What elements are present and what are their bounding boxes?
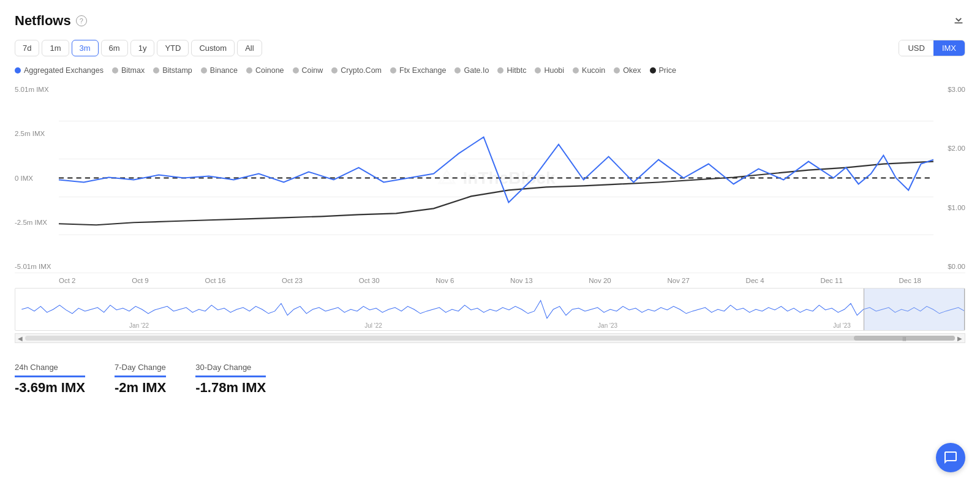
y-label-top: 5.01m IMX <box>15 86 58 93</box>
time-btn-all[interactable]: All <box>237 40 262 56</box>
y-axis-right: $3.00 $2.00 $1.00 $0.00 <box>936 83 965 273</box>
legend-hitbtc[interactable]: Hitbtc <box>497 66 526 75</box>
stat-30d-label: 30-Day Change <box>195 363 266 372</box>
controls-row: 7d 1m 3m 6m 1y YTD Custom All USD IMX <box>15 40 965 56</box>
legend-dot-coinw <box>293 67 299 74</box>
legend-aggregated[interactable]: Aggregated Exchanges <box>15 66 104 75</box>
legend-dot-okex <box>614 67 620 74</box>
time-btn-3m[interactable]: 3m <box>72 40 99 56</box>
chart-legend: Aggregated Exchanges Bitmax Bitstamp Bin… <box>15 66 965 75</box>
legend-okex[interactable]: Okex <box>614 66 641 75</box>
legend-gateio[interactable]: Gate.Io <box>454 66 489 75</box>
header-left: Netflows ? <box>15 13 87 29</box>
y-label-bot: -5.01m IMX <box>15 263 58 270</box>
time-btn-1m[interactable]: 1m <box>42 40 69 56</box>
legend-dot-cryptocom <box>331 67 337 74</box>
stat-7d-value: -2m IMX <box>115 376 166 396</box>
page-header: Netflows ? <box>15 12 965 29</box>
scroll-handle[interactable]: ||| <box>25 336 955 341</box>
legend-ftx[interactable]: Ftx Exchange <box>390 66 446 75</box>
chart-svg-container: InTheBlock <box>59 83 933 273</box>
y-label-upper: 2.5m IMX <box>15 130 58 137</box>
legend-label-kucoin: Kucoin <box>582 66 605 75</box>
x-label-dec11: Dec 11 <box>820 277 842 284</box>
time-btn-6m[interactable]: 6m <box>101 40 128 56</box>
x-label-oct9: Oct 9 <box>132 277 148 284</box>
legend-price[interactable]: Price <box>650 66 676 75</box>
legend-coinw[interactable]: Coinw <box>293 66 323 75</box>
scroll-right-arrow[interactable]: ▶ <box>957 335 962 342</box>
y-label-lower: -2.5m IMX <box>15 219 58 226</box>
x-label-oct30: Oct 30 <box>359 277 380 284</box>
main-chart: 5.01m IMX 2.5m IMX 0 IMX -2.5m IMX -5.01… <box>15 83 965 273</box>
time-btn-1y[interactable]: 1y <box>130 40 155 56</box>
currency-usd-btn[interactable]: USD <box>899 40 933 56</box>
x-label-dec4: Dec 4 <box>746 277 764 284</box>
legend-label-huobi: Huobi <box>544 66 564 75</box>
stats-row: 24h Change -3.69m IMX 7-Day Change -2m I… <box>15 357 965 396</box>
scroll-thumb[interactable]: ||| <box>854 336 955 341</box>
x-label-nov20: Nov 20 <box>589 277 611 284</box>
stat-30d: 30-Day Change -1.78m IMX <box>195 363 266 396</box>
legend-label-okex: Okex <box>623 66 641 75</box>
y-label-right-1: $3.00 <box>936 86 965 93</box>
legend-coinone[interactable]: Coinone <box>246 66 284 75</box>
mini-x-jul23: Jul '23 <box>833 322 851 329</box>
y-label-mid: 0 IMX <box>15 175 58 182</box>
x-label-oct16: Oct 16 <box>205 277 225 284</box>
stat-30d-value: -1.78m IMX <box>195 376 266 396</box>
legend-label-price: Price <box>659 66 676 75</box>
legend-label-gateio: Gate.Io <box>464 66 489 75</box>
main-chart-svg <box>59 83 933 273</box>
legend-cryptocom[interactable]: Crypto.Com <box>331 66 382 75</box>
stat-7d: 7-Day Change -2m IMX <box>115 363 166 396</box>
x-label-oct2: Oct 2 <box>59 277 75 284</box>
time-btn-custom[interactable]: Custom <box>191 40 235 56</box>
mini-scrollbar[interactable]: ◀ ||| ▶ <box>15 333 965 343</box>
legend-dot-hitbtc <box>497 67 503 74</box>
legend-label-coinone: Coinone <box>255 66 284 75</box>
legend-label-coinw: Coinw <box>302 66 323 75</box>
currency-imx-btn[interactable]: IMX <box>933 40 965 56</box>
mini-x-jan22: Jan '22 <box>129 322 149 329</box>
time-filter-group: 7d 1m 3m 6m 1y YTD Custom All <box>15 40 262 56</box>
legend-dot-ftx <box>390 67 396 74</box>
page-title: Netflows <box>15 13 71 29</box>
legend-huobi[interactable]: Huobi <box>535 66 564 75</box>
legend-dot-bitmax <box>112 67 118 74</box>
legend-dot-huobi <box>535 67 541 74</box>
legend-label-bitmax: Bitmax <box>121 66 145 75</box>
y-label-right-4: $0.00 <box>936 263 965 270</box>
legend-dot-aggregated <box>15 67 21 74</box>
legend-label-aggregated: Aggregated Exchanges <box>24 66 104 75</box>
x-label-oct23: Oct 23 <box>282 277 303 284</box>
stat-7d-label: 7-Day Change <box>115 363 166 372</box>
legend-dot-coinone <box>246 67 252 74</box>
stat-24h: 24h Change -3.69m IMX <box>15 363 85 396</box>
legend-dot-bitstamp <box>153 67 159 74</box>
legend-label-cryptocom: Crypto.Com <box>341 66 382 75</box>
help-icon[interactable]: ? <box>76 15 87 26</box>
mini-x-jan23: Jan '23 <box>598 322 617 329</box>
currency-toggle: USD IMX <box>899 40 965 56</box>
legend-bitstamp[interactable]: Bitstamp <box>153 66 192 75</box>
download-icon[interactable] <box>952 12 965 29</box>
y-label-right-2: $2.00 <box>936 145 965 152</box>
scroll-left-arrow[interactable]: ◀ <box>18 335 23 342</box>
x-label-nov6: Nov 6 <box>435 277 454 284</box>
legend-label-ftx: Ftx Exchange <box>399 66 446 75</box>
legend-kucoin[interactable]: Kucoin <box>573 66 605 75</box>
time-btn-7d[interactable]: 7d <box>15 40 39 56</box>
legend-dot-gateio <box>454 67 461 74</box>
legend-bitmax[interactable]: Bitmax <box>112 66 145 75</box>
legend-binance[interactable]: Binance <box>201 66 238 75</box>
x-label-dec18: Dec 18 <box>899 277 921 284</box>
x-label-nov27: Nov 27 <box>667 277 689 284</box>
time-btn-ytd[interactable]: YTD <box>157 40 189 56</box>
legend-label-bitstamp: Bitstamp <box>162 66 192 75</box>
y-axis-left: 5.01m IMX 2.5m IMX 0 IMX -2.5m IMX -5.01… <box>15 83 58 273</box>
legend-dot-kucoin <box>573 67 579 74</box>
mini-chart[interactable]: Jan '22 Jul '22 Jan '23 Jul '23 <box>15 288 965 331</box>
mini-x-jul22: Jul '22 <box>364 322 382 329</box>
stat-24h-value: -3.69m IMX <box>15 376 85 396</box>
